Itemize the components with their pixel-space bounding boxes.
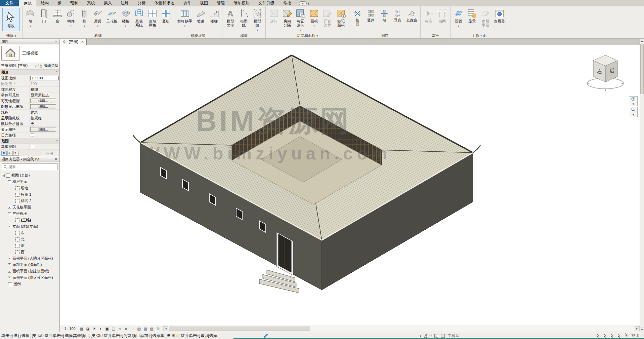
section-graphics[interactable]: 图形⌃ <box>0 70 59 75</box>
close-icon[interactable]: ✕ <box>54 157 58 161</box>
instance-selector-dropdown[interactable]: 三维视图: {三维} <box>1 63 37 68</box>
worksets-dialog-button[interactable] <box>434 334 438 338</box>
tree-item[interactable]: +面积平面 (防火分区面积) <box>0 274 59 281</box>
default-analysis-display-field[interactable]: 无 <box>30 121 59 126</box>
tree-item[interactable]: −楼层平面 <box>0 179 59 185</box>
panel-label-room-area[interactable]: 房间和面积 <box>266 33 349 38</box>
show-hidden-lines-field[interactable]: 按规程 <box>30 116 59 121</box>
vertical-opening-button[interactable]: 垂直 <box>391 7 404 23</box>
tab-structure[interactable]: 结构 <box>36 0 53 6</box>
scroll-left-icon[interactable]: ◄ <box>163 326 168 331</box>
drag-on-selection-toggle[interactable] <box>624 333 629 338</box>
graphic-display-options-edit-button[interactable]: 编辑... <box>30 104 56 109</box>
tree-item[interactable]: +面积平面 (人防分区面积) <box>0 255 59 262</box>
edit-type-button[interactable]: 编辑类型 <box>38 63 58 68</box>
close-icon[interactable]: ✕ <box>81 40 84 44</box>
tree-item[interactable]: +面积平面 (净面积) <box>0 262 59 268</box>
mullion-button[interactable]: 竖梃 <box>159 7 173 24</box>
visibility-graphics-edit-button[interactable]: 编辑... <box>30 99 56 103</box>
sort-menu-icon[interactable]: ⇅ <box>1 151 7 156</box>
tab-collaborate[interactable]: 协作 <box>179 0 196 6</box>
tab-systems[interactable]: 系统 <box>83 0 99 6</box>
show-grid-edit-button[interactable]: 编辑... <box>30 127 56 132</box>
column-button[interactable]: 柱 <box>78 7 91 28</box>
view-tab-3d[interactable]: {三维} ✕ <box>60 39 87 45</box>
section-extents[interactable]: 范围⌃ <box>0 138 59 144</box>
steering-wheel-button[interactable] <box>629 96 638 106</box>
design-option-selector[interactable]: 主模型 <box>447 333 460 339</box>
select-underlay-toggle[interactable] <box>603 334 607 338</box>
tree-item[interactable]: 西 <box>0 249 59 255</box>
visual-style-icon[interactable]: ◪ <box>85 326 91 332</box>
detail-level-field[interactable]: 精细 <box>30 87 59 92</box>
sun-path-checkbox[interactable] <box>31 134 34 137</box>
expander-icon[interactable]: − <box>8 180 11 183</box>
tab-file-upgrade[interactable]: 文件升级 <box>254 0 279 6</box>
tab-architecture[interactable]: 建筑 <box>19 0 36 6</box>
tree-item[interactable]: 南 <box>0 242 59 249</box>
close-icon[interactable]: ✕ <box>54 40 58 43</box>
crop-view-icon[interactable]: ▣ <box>104 326 110 332</box>
crop-view-checkbox[interactable] <box>31 145 34 148</box>
unlocked-3d-view-icon[interactable]: ⌂ <box>117 326 123 332</box>
wall-button[interactable]: 墙 <box>24 7 37 28</box>
opening-by-face-button[interactable]: 按面 <box>351 7 364 27</box>
type-selector[interactable]: 三维视图 <box>0 44 59 62</box>
expander-icon[interactable]: + <box>8 270 11 273</box>
wall-opening-button[interactable]: 墙 <box>378 7 391 23</box>
editing-requests-button[interactable]: :0 <box>424 333 432 338</box>
tab-massing-site[interactable]: 体量和场地 <box>150 0 179 6</box>
select-pinned-toggle[interactable] <box>610 334 614 338</box>
tree-item-legends[interactable]: 图例 <box>0 281 59 287</box>
tree-item[interactable]: 北 <box>0 236 59 242</box>
tree-item[interactable]: −立面 (建筑立面) <box>0 223 59 230</box>
roof-button[interactable]: 屋顶 <box>91 7 104 28</box>
railing-button[interactable]: 栏杆扶手 <box>176 7 194 28</box>
expander-icon[interactable]: − <box>8 225 11 228</box>
component-button[interactable]: 构件 <box>64 7 78 28</box>
file-menu-button[interactable]: 文件 <box>0 0 19 6</box>
expander-icon[interactable]: + <box>8 206 11 209</box>
room-separator-button[interactable]: 房间分隔 <box>281 7 294 28</box>
tag-room-button[interactable]: 标记房间 <box>294 7 307 32</box>
curtain-system-button[interactable]: 幕墙系统 <box>132 7 146 28</box>
discipline-field[interactable]: 建筑 <box>30 110 59 115</box>
parts-visibility-field[interactable]: 显示原状态 <box>30 93 59 98</box>
search-input[interactable] <box>8 165 56 169</box>
tab-view[interactable]: 视图 <box>196 0 212 6</box>
tree-item[interactable]: +面积平面 (总建筑面积) <box>0 268 59 274</box>
sort-ascending-icon[interactable]: A↓ <box>7 151 13 156</box>
scroll-track[interactable] <box>640 43 644 328</box>
detail-level-icon[interactable]: ▦ <box>79 326 85 332</box>
tab-addins[interactable]: 附加模块 <box>229 0 254 6</box>
show-crop-region-icon[interactable]: ▢ <box>111 326 117 332</box>
horizontal-scrollbar[interactable]: ◄ ► <box>163 326 640 331</box>
expander-icon[interactable]: + <box>8 257 11 260</box>
ramp-button[interactable]: 坡道 <box>194 7 207 24</box>
sort-descending-icon[interactable]: Z↓ <box>13 151 19 156</box>
view-cube-right-face-label[interactable]: 后 <box>609 68 615 74</box>
tree-item[interactable]: 标高 1 <box>0 191 59 198</box>
tree-item[interactable]: −三维视图 <box>0 211 59 217</box>
viewer-button[interactable]: 查看器 <box>492 7 507 24</box>
temporary-hide-isolate-icon[interactable]: ∞ <box>123 326 129 332</box>
shaft-opening-button[interactable]: 竖井 <box>364 7 378 23</box>
show-constraints-icon[interactable]: ⊞ <box>155 326 161 332</box>
area-button[interactable]: 面积 <box>307 7 321 28</box>
vertical-scrollbar[interactable]: ▲ ▼ <box>640 39 644 332</box>
tab-analyze[interactable]: 分析 <box>133 0 150 6</box>
scroll-down-icon[interactable]: ▼ <box>640 328 644 332</box>
scroll-thumb[interactable] <box>169 327 310 331</box>
window-button[interactable]: 窗 <box>51 7 64 24</box>
scroll-right-icon[interactable]: ► <box>635 326 640 331</box>
tab-insert[interactable]: 插入 <box>99 0 116 6</box>
tree-item[interactable]: +天花板平面 <box>0 204 59 211</box>
design-options-dialog-button[interactable] <box>441 334 445 338</box>
analytical-model-icon[interactable]: ▥ <box>142 326 148 332</box>
zoom-button[interactable] <box>629 107 638 117</box>
chevron-down-icon[interactable] <box>420 333 421 338</box>
tab-steel[interactable]: 钢 <box>53 0 66 6</box>
tag-area-button[interactable]: 标记面积 <box>334 7 348 32</box>
modify-button[interactable]: 修改 <box>2 8 20 31</box>
tab-modify[interactable]: 修改 <box>279 0 296 6</box>
